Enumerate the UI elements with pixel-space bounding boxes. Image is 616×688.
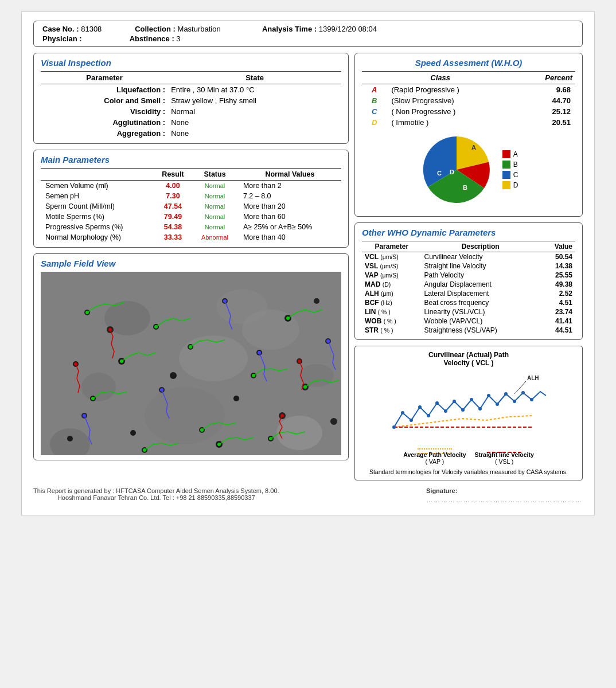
svg-point-70 <box>444 409 447 413</box>
who-desc: Linearity (VSL/VCL) <box>422 307 540 316</box>
svg-point-57 <box>298 359 301 363</box>
vap-label2: ( VAP ) <box>425 458 444 465</box>
vi-label: Liquefaction : <box>41 84 168 96</box>
who-val: 25.55 <box>540 271 575 280</box>
vsl-label1: Straight line Velocity <box>475 451 534 458</box>
who-desc: Curvilinear Velocity <box>422 252 540 262</box>
svg-point-72 <box>461 408 465 412</box>
visual-inspection-title: Visual Inspection <box>41 58 341 68</box>
legend-c-box <box>502 171 510 179</box>
who-val: 14.38 <box>540 261 575 271</box>
main-parameters-section: Main Parameters Result Status Normal Val… <box>33 150 349 248</box>
speed-class-letter: D <box>362 117 387 128</box>
mp-col-result: Result <box>155 169 191 181</box>
speed-assessment-section: Speed Assesment (W.H.O) Class Percent A … <box>354 53 583 217</box>
case-no: Case No. : 81308 Collection : Masturbati… <box>42 25 377 33</box>
who-param: MAD (D) <box>362 280 422 289</box>
svg-point-28 <box>314 298 319 304</box>
who-row: STR ( % ) Straightness (VSL/VAP) 44.51 <box>362 326 575 335</box>
sample-field-section: Sample Field View <box>33 253 349 460</box>
who-param: VSL (μm/S) <box>362 261 422 271</box>
physician: Physician : Abstinence : 3 <box>42 34 377 43</box>
main-parameters-table: Result Status Normal Values Semen Volume… <box>41 168 341 243</box>
who-row: VCL (μm/S) Curvilinear Velocity 50.54 <box>362 252 575 262</box>
mp-result: 33.33 <box>155 232 191 243</box>
mp-row: Semen pH 7.30 Normal 7.2 – 8.0 <box>41 191 341 201</box>
visual-inspection-section: Visual Inspection Parameter State Liquef… <box>33 53 349 144</box>
vsl-line <box>487 448 521 450</box>
right-column: Speed Assesment (W.H.O) Class Percent A … <box>354 53 583 480</box>
svg-point-65 <box>401 411 404 415</box>
vi-col-state: State <box>168 72 341 84</box>
who-param: VAP (μm/S) <box>362 271 422 280</box>
main-layout: Visual Inspection Parameter State Liquef… <box>33 53 583 480</box>
speed-class-desc: ( Immotile ) <box>387 117 518 128</box>
svg-text:C: C <box>437 170 442 177</box>
velocity-title: Curvilinear (Actual) Path Velocity ( VCL… <box>360 351 578 367</box>
who-param: STR ( % ) <box>362 326 422 335</box>
vi-label: Viscidity : <box>41 106 168 117</box>
main-parameters-title: Main Parameters <box>41 155 341 165</box>
svg-point-31 <box>67 436 73 441</box>
speed-class-desc: ( Non Progressive ) <box>387 106 518 117</box>
who-val: 49.38 <box>540 280 575 289</box>
legend-a: A <box>502 150 518 158</box>
mp-row: Motile Sperms (%) 79.49 Normal More than… <box>41 212 341 222</box>
signature-dots: ……………………………………………………… <box>426 497 583 503</box>
mp-result: 79.49 <box>155 212 191 222</box>
vi-label: Color and Smell : <box>41 95 168 106</box>
who-desc: Straightness (VSL/VAP) <box>422 326 540 335</box>
mp-normal: 7.2 – 8.0 <box>239 191 341 201</box>
who-val: 23.74 <box>540 307 575 316</box>
who-col-val: Value <box>540 241 575 252</box>
mp-param: Normal Morphology (%) <box>41 232 155 243</box>
who-desc: Path Velocity <box>422 271 540 280</box>
speed-percent: 20.51 <box>518 117 575 128</box>
who-desc: Straight line Velocity <box>422 261 540 271</box>
speed-class-desc: (Rapid Progressive ) <box>387 84 518 96</box>
svg-text:ALH: ALH <box>527 375 539 381</box>
svg-point-45 <box>252 374 255 377</box>
who-dynamic-table: Parameter Description Value VCL (μm/S) C… <box>362 241 575 335</box>
who-col-desc: Description <box>422 241 540 252</box>
svg-point-35 <box>170 372 177 379</box>
speed-class-letter: C <box>362 106 387 117</box>
speed-assessment-title: Speed Assesment (W.H.O) <box>362 58 575 68</box>
svg-point-67 <box>418 405 422 409</box>
vi-row: Liquefaction :Entire , 30 Min at 37.0 °C <box>41 84 341 96</box>
sample-field-svg <box>41 272 341 455</box>
svg-point-59 <box>280 414 284 417</box>
legend-b-box <box>502 161 510 169</box>
svg-point-39 <box>154 325 158 329</box>
velocity-section: Curvilinear (Actual) Path Velocity ( VCL… <box>354 346 583 480</box>
mp-result: 47.54 <box>155 201 191 212</box>
who-row: LIN ( % ) Linearity (VSL/VCL) 23.74 <box>362 307 575 316</box>
vi-value: None <box>168 117 341 128</box>
vi-row: Aggregation :None <box>41 128 341 139</box>
generated-text: This Report is generated by : HFTCASA Co… <box>33 487 279 494</box>
who-row: ALH (μm) Lateral Displacement 2.52 <box>362 289 575 298</box>
legend-c: C <box>502 171 518 179</box>
vi-value: Straw yellow , Fishy smell <box>168 95 341 106</box>
vap-line <box>418 448 452 450</box>
svg-point-50 <box>223 299 227 303</box>
mp-param: Motile Sperms (%) <box>41 212 155 222</box>
mp-param: Sperm Count (Mill/ml) <box>41 201 155 212</box>
legend-c-label: C <box>513 171 518 179</box>
vsl-legend-item: Straight line Velocity ( VSL ) <box>475 448 534 465</box>
svg-point-76 <box>496 402 499 406</box>
who-row: VAP (μm/S) Path Velocity 25.55 <box>362 271 575 280</box>
mp-row: Sperm Count (Mill/ml) 47.54 Normal More … <box>41 201 341 212</box>
speed-percent: 25.12 <box>518 106 575 117</box>
legend-b-label: B <box>513 161 518 169</box>
visual-inspection-table: Parameter State Liquefaction :Entire , 3… <box>41 71 341 139</box>
who-row: BCF (Hz) Beat cross frequency 4.51 <box>362 298 575 307</box>
vi-label: Agglutination : <box>41 117 168 128</box>
svg-text:A: A <box>471 144 476 151</box>
speed-class-letter: B <box>362 95 387 106</box>
svg-text:B: B <box>463 184 467 191</box>
who-param: LIN ( % ) <box>362 307 422 316</box>
mp-col-normal: Normal Values <box>239 169 341 181</box>
svg-point-73 <box>470 398 473 401</box>
svg-point-38 <box>85 311 89 314</box>
